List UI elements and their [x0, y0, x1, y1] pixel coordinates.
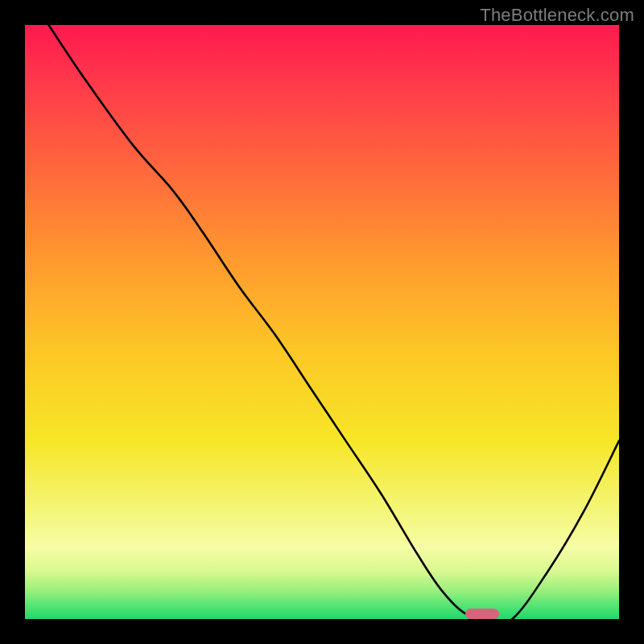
- optimal-marker: [465, 609, 499, 619]
- outer-frame: TheBottleneck.com: [0, 0, 644, 644]
- plot-area: [25, 25, 619, 619]
- watermark-text: TheBottleneck.com: [480, 5, 634, 26]
- bottleneck-curve: [25, 25, 619, 619]
